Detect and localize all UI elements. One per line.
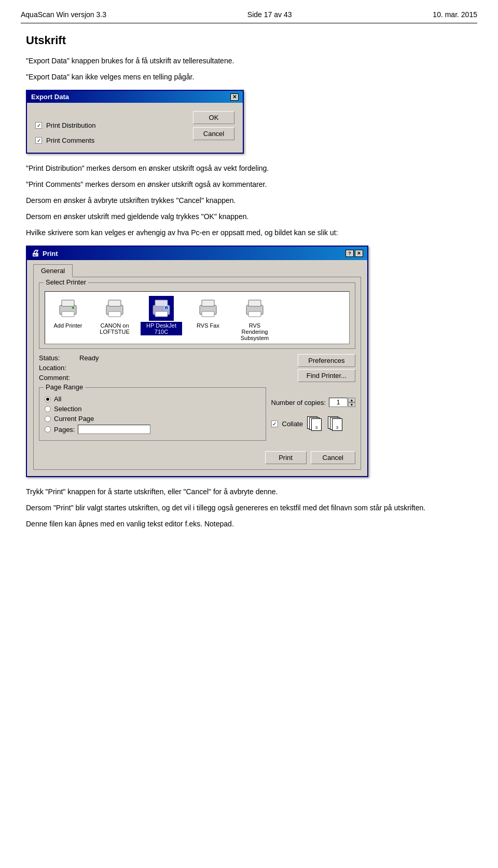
location-label: Location:: [39, 364, 75, 372]
svg-rect-16: [248, 300, 261, 306]
radio-selection[interactable]: [45, 406, 51, 412]
printer-canon[interactable]: CANON on LOFTSTUE: [94, 296, 135, 342]
preferences-button[interactable]: Preferences: [298, 354, 355, 367]
radio-selection-label: Selection: [54, 405, 81, 413]
print-tabs: General: [33, 264, 361, 277]
svg-rect-17: [248, 311, 261, 317]
printer-add[interactable]: Add Printer: [47, 296, 89, 342]
page-range-copies-area: Page Range All Selection: [39, 387, 355, 446]
mid-para-5: Hvilke skrivere som kan velges er avheng…: [26, 227, 472, 238]
status-value: Ready: [79, 354, 99, 362]
bottom-para-3: Denne filen kan åpnes med en vanlig teks…: [26, 519, 472, 530]
copies-input[interactable]: [329, 398, 348, 407]
mid-para-3: Dersom en ønsker å avbryte utskriften tr…: [26, 195, 472, 206]
print-button[interactable]: Print: [265, 451, 307, 464]
copies-label: Number of copies:: [271, 399, 326, 406]
printer-canon-icon: [102, 296, 127, 321]
page-stack-2: 1 2 3: [328, 416, 342, 431]
copies-spinner: ▲ ▼: [329, 398, 355, 407]
page-info: Side 17 av 43: [247, 10, 292, 19]
radio-selection-row: Selection: [45, 405, 260, 413]
spin-down-btn[interactable]: ▼: [348, 402, 355, 407]
radio-all[interactable]: [45, 396, 51, 402]
find-printer-button[interactable]: Find Printer...: [298, 369, 355, 382]
collate-row: ✓ Collate 1 2 3 1: [271, 416, 356, 431]
spin-up-btn[interactable]: ▲: [348, 398, 355, 402]
pages-input[interactable]: [78, 425, 150, 434]
export-dialog-close-btn[interactable]: ✕: [230, 93, 239, 101]
radio-pages[interactable]: [45, 426, 51, 432]
bottom-para-2: Dersom "Print" blir valgt startes utskri…: [26, 503, 472, 513]
radio-all-label: All: [54, 395, 61, 403]
radio-current-row: Current Page: [45, 415, 260, 423]
svg-rect-14: [202, 311, 214, 317]
collate-checkbox[interactable]: ✓: [271, 421, 278, 427]
printer-fax-label: RVS Fax: [196, 322, 220, 329]
status-section: Status: Ready Location: Comment:: [39, 354, 355, 382]
spinner-buttons: ▲ ▼: [348, 398, 355, 407]
bottom-para-1: Trykk "Print" knappen for å starte utskr…: [26, 486, 472, 497]
print-close-btn[interactable]: ✕: [355, 250, 363, 257]
comment-row: Comment:: [39, 374, 99, 382]
printer-add-icon: [56, 296, 80, 321]
status-left: Status: Ready Location: Comment:: [39, 354, 99, 382]
radio-current-label: Current Page: [54, 415, 94, 423]
select-printer-label: Select Printer: [44, 278, 88, 286]
mid-para-2: "Print Comments" merkes dersom en ønsker…: [26, 179, 472, 190]
print-distribution-label: Print Distribution: [46, 121, 95, 129]
printer-hp[interactable]: ✓ HP DeskJet 710C: [141, 296, 182, 342]
printer-rendering-label: RVS Rendering Subsystem: [234, 322, 275, 342]
export-dialog-titlebar: Export Data ✕: [27, 91, 243, 103]
printer-rendering-icon: [242, 296, 267, 321]
print-dialog-title: Print: [43, 250, 58, 257]
printer-fax-icon: [196, 296, 220, 321]
svg-point-3: [72, 307, 74, 309]
svg-rect-2: [62, 311, 74, 317]
page-range-group: Page Range All Selection: [39, 387, 266, 441]
export-dialog-title: Export Data: [31, 93, 69, 101]
printer-fax[interactable]: RVS Fax: [187, 296, 229, 342]
svg-rect-6: [108, 311, 121, 317]
printer-hp-label: HP DeskJet 710C: [141, 322, 182, 335]
radio-current[interactable]: [45, 416, 51, 422]
export-dialog: Export Data ✕ ✓ Print Distribution ✓ Pri…: [26, 90, 244, 154]
printer-canon-label: CANON on LOFTSTUE: [94, 322, 135, 335]
comment-label: Comment:: [39, 374, 75, 382]
print-comments-row: ✓ Print Comments: [35, 137, 183, 144]
date: 10. mar. 2015: [433, 10, 477, 19]
svg-rect-5: [108, 300, 121, 306]
print-cancel-button[interactable]: Cancel: [311, 451, 355, 464]
status-row: Status: Ready: [39, 354, 99, 362]
collate-label: Collate: [282, 420, 303, 428]
print-distribution-checkbox[interactable]: ✓: [35, 122, 42, 129]
svg-text:✓: ✓: [165, 307, 168, 310]
mid-para-4: Dersom en ønsker utskrift med gjeldende …: [26, 211, 472, 222]
printer-hp-icon: ✓: [149, 296, 174, 321]
svg-rect-9: [155, 311, 168, 317]
print-dialog: 🖨 Print ? ✕ General Select Printer: [26, 246, 368, 477]
radio-all-row: All: [45, 395, 260, 403]
export-checkboxes: ✓ Print Distribution ✓ Print Comments: [35, 121, 183, 144]
intro-para-1: "Export Data" knappen brukes for å få ut…: [26, 56, 472, 66]
print-help-btn[interactable]: ?: [345, 250, 354, 257]
print-distribution-row: ✓ Print Distribution: [35, 121, 183, 129]
section-title: Utskrift: [26, 34, 472, 47]
export-ok-button[interactable]: OK: [193, 111, 234, 124]
print-comments-label: Print Comments: [46, 137, 94, 144]
radio-pages-label: Pages:: [54, 426, 75, 433]
printer-rendering[interactable]: RVS Rendering Subsystem: [234, 296, 275, 342]
printer-add-label: Add Printer: [52, 322, 83, 329]
print-dialog-titlebar: 🖨 Print ? ✕: [27, 247, 367, 260]
radio-pages-row: Pages:: [45, 425, 260, 434]
printers-area: Add Printer CANON on LOFTS: [45, 291, 350, 344]
svg-rect-8: [155, 300, 168, 306]
tab-general[interactable]: General: [33, 264, 73, 277]
app-name: AquaScan Win versjon 3.3: [21, 10, 106, 19]
svg-rect-13: [202, 300, 214, 306]
page-header: AquaScan Win versjon 3.3 Side 17 av 43 1…: [21, 10, 477, 23]
print-comments-checkbox[interactable]: ✓: [35, 137, 42, 144]
copies-row: Number of copies: ▲ ▼: [271, 398, 356, 407]
export-cancel-button[interactable]: Cancel: [193, 127, 234, 140]
mid-para-1: "Print Distribution" merkes dersom en øn…: [26, 163, 472, 174]
location-row: Location:: [39, 364, 99, 372]
